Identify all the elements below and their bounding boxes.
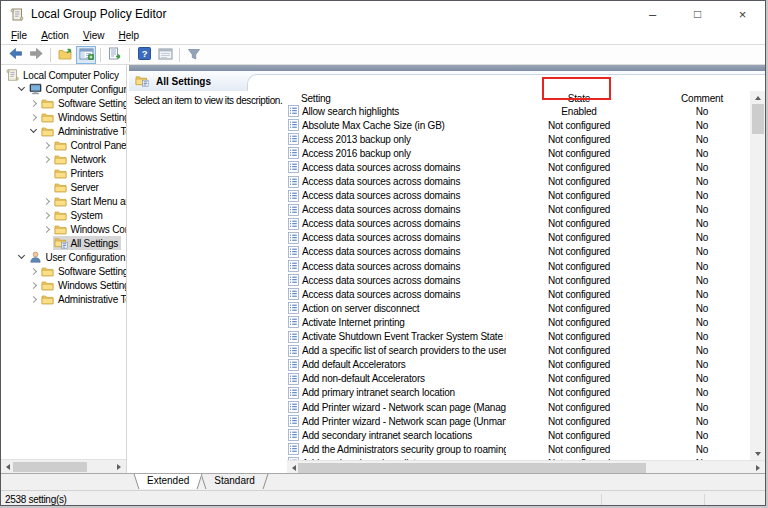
tree-item-windows-settings[interactable]: Windows Settings xyxy=(1,110,126,124)
list-row[interactable]: Access data sources across domainsNot co… xyxy=(287,245,750,259)
maximize-button[interactable]: □ xyxy=(675,1,720,27)
scroll-right-icon[interactable] xyxy=(751,461,765,473)
column-header-comment[interactable]: Comment xyxy=(652,93,752,104)
expander-collapsed-icon[interactable] xyxy=(28,293,40,305)
tree-item-administrative-templates[interactable]: Administrative Templates xyxy=(1,124,126,138)
list-row[interactable]: Access data sources across domainsNot co… xyxy=(287,189,750,203)
setting-cell: Activate Internet printing xyxy=(302,317,405,328)
scroll-down-icon[interactable] xyxy=(750,447,765,460)
list-row[interactable]: Allow search highlightsEnabledNo xyxy=(287,104,750,118)
list-row[interactable]: Add a specific list of search providers … xyxy=(287,344,750,358)
list-vertical-scrollbar[interactable] xyxy=(750,91,765,460)
tree-item-network[interactable]: Network xyxy=(1,152,126,166)
tree-item-server[interactable]: Server xyxy=(1,180,126,194)
policy-setting-icon xyxy=(288,443,299,455)
tree-scrollbar-thumb[interactable] xyxy=(13,462,87,472)
list-row[interactable]: Access data sources across domainsNot co… xyxy=(287,273,750,287)
tab-extended[interactable]: Extended xyxy=(141,474,195,489)
setting-cell: Access data sources across domains xyxy=(302,246,460,257)
list-row[interactable]: Action on server disconnectNot configure… xyxy=(287,301,750,315)
expander-expanded-icon[interactable] xyxy=(16,83,28,95)
expander-collapsed-icon[interactable] xyxy=(28,111,40,123)
expander-collapsed-icon[interactable] xyxy=(41,153,53,165)
horizontal-scrollbar-thumb[interactable] xyxy=(298,463,646,473)
help-button[interactable]: ? xyxy=(134,46,154,64)
list-row[interactable]: Add default AcceleratorsNot configuredNo xyxy=(287,358,750,372)
tab-standard[interactable]: Standard xyxy=(208,474,261,489)
list-row[interactable]: Access data sources across domainsNot co… xyxy=(287,217,750,231)
column-header-setting[interactable]: Setting xyxy=(287,93,506,104)
policy-setting-icon xyxy=(288,302,299,314)
list-row[interactable]: Access data sources across domainsNot co… xyxy=(287,259,750,273)
expander-expanded-icon[interactable] xyxy=(16,251,28,263)
close-button[interactable]: × xyxy=(720,1,765,27)
tree-item-local-computer-policy[interactable]: Local Computer Policy xyxy=(1,68,126,82)
expander-collapsed-icon[interactable] xyxy=(41,223,53,235)
filter-button[interactable] xyxy=(184,46,204,64)
menu-action[interactable]: Action xyxy=(34,29,76,42)
title-bar[interactable]: Local Group Policy Editor – □ × xyxy=(1,1,765,27)
expander-collapsed-icon[interactable] xyxy=(41,209,53,221)
setting-cell: Access data sources across domains xyxy=(302,204,460,215)
tree-item-system[interactable]: System xyxy=(1,208,126,222)
setting-cell: Access data sources across domains xyxy=(302,275,460,286)
tree-horizontal-scrollbar[interactable] xyxy=(1,459,126,473)
back-button[interactable] xyxy=(5,46,25,64)
list-row[interactable]: Add non-default AcceleratorsNot configur… xyxy=(287,372,750,386)
state-cell: Not configured xyxy=(506,176,652,187)
list-row[interactable]: Add Printer wizard - Network scan page (… xyxy=(287,414,750,428)
tree-item-software-settings[interactable]: Software Settings xyxy=(1,96,126,110)
tree-item-printers[interactable]: Printers xyxy=(1,166,126,180)
list-row[interactable]: Activate Shutdown Event Tracker System S… xyxy=(287,330,750,344)
list-row[interactable]: Add the Administrators security group to… xyxy=(287,442,750,456)
tree-item-computer-configuration[interactable]: Computer Configuration xyxy=(1,82,126,96)
list-horizontal-scrollbar[interactable] xyxy=(287,460,765,473)
show-console-tree-button[interactable] xyxy=(76,46,96,64)
menu-view[interactable]: View xyxy=(76,29,112,42)
expander-collapsed-icon[interactable] xyxy=(28,97,40,109)
tree-item-user-configuration[interactable]: User Configuration xyxy=(1,250,126,264)
state-cell: Not configured xyxy=(506,246,652,257)
state-cell: Enabled xyxy=(506,106,652,117)
tree-item-start-menu-and-taskbar[interactable]: Start Menu and Taskbar xyxy=(1,194,126,208)
list-row[interactable]: Access data sources across domainsNot co… xyxy=(287,174,750,188)
list-row[interactable]: Access 2016 backup onlyNot configuredNo xyxy=(287,146,750,160)
list-row[interactable]: Add primary intranet search locationNot … xyxy=(287,386,750,400)
tree-item-label: Network xyxy=(71,154,106,165)
new-window-button[interactable] xyxy=(155,46,175,64)
policy-setting-icon xyxy=(288,161,299,173)
tree-item-all-settings[interactable]: All Settings xyxy=(1,236,126,250)
tree-item-windows-settings[interactable]: Windows Settings xyxy=(1,278,126,292)
scroll-right-icon[interactable] xyxy=(112,460,126,474)
expander-collapsed-icon[interactable] xyxy=(41,139,53,151)
filter-icon xyxy=(187,48,201,62)
expander-expanded-icon[interactable] xyxy=(28,125,40,137)
list-row[interactable]: Add secondary intranet search locationsN… xyxy=(287,428,750,442)
list-row[interactable]: Access data sources across domainsNot co… xyxy=(287,203,750,217)
comment-cell: No xyxy=(652,120,750,131)
scroll-up-icon[interactable] xyxy=(750,91,765,104)
list-row[interactable]: Access data sources across domainsNot co… xyxy=(287,231,750,245)
expander-collapsed-icon[interactable] xyxy=(28,279,40,291)
expander-collapsed-icon[interactable] xyxy=(41,195,53,207)
tree-item-software-settings[interactable]: Software Settings xyxy=(1,264,126,278)
menu-file[interactable]: File xyxy=(4,29,34,42)
menu-help[interactable]: Help xyxy=(111,29,146,42)
comment-cell: No xyxy=(652,162,750,173)
list-row[interactable]: Activate Internet printingNot configured… xyxy=(287,315,750,329)
list-row[interactable]: Access data sources across domainsNot co… xyxy=(287,160,750,174)
list-row[interactable]: Add Printer wizard - Network scan page (… xyxy=(287,400,750,414)
tree-item-windows-components[interactable]: Windows Components xyxy=(1,222,126,236)
tree-item-control-panel[interactable]: Control Panel xyxy=(1,138,126,152)
list-row[interactable]: Access data sources across domainsNot co… xyxy=(287,287,750,301)
expander-collapsed-icon[interactable] xyxy=(28,265,40,277)
vertical-scrollbar-thumb[interactable] xyxy=(752,104,764,134)
forward-button[interactable] xyxy=(26,46,46,64)
export-list-button[interactable] xyxy=(105,46,125,64)
state-cell: Not configured xyxy=(506,317,652,328)
list-row[interactable]: Access 2013 backup onlyNot configuredNo xyxy=(287,132,750,146)
up-one-level-button[interactable] xyxy=(55,46,75,64)
list-row[interactable]: Absolute Max Cache Size (in GB)Not confi… xyxy=(287,118,750,132)
tree-item-administrative-templates[interactable]: Administrative Templates xyxy=(1,292,126,306)
minimize-button[interactable]: – xyxy=(630,1,675,27)
